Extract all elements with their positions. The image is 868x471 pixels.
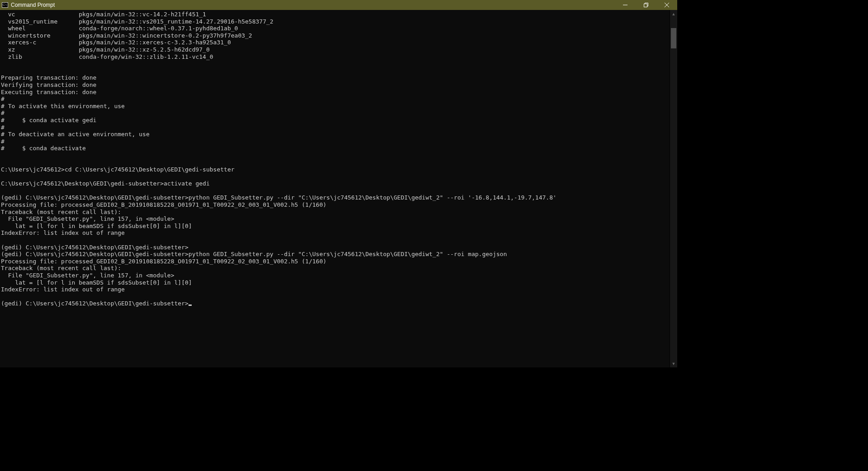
window-title: Command Prompt [11, 2, 55, 8]
terminal-area: vc pkgs/main/win-32::vc-14.2-h21ff451_1 … [0, 10, 677, 367]
cursor [189, 304, 192, 306]
terminal-line: vs2015_runtime pkgs/main/win-32::vs2015_… [1, 18, 669, 25]
terminal-line: Processing file: processed_GEDI02_B_2019… [1, 201, 669, 209]
vertical-scrollbar[interactable]: ▲ ▼ [670, 10, 677, 367]
minimize-icon [623, 3, 627, 7]
terminal-output[interactable]: vc pkgs/main/win-32::vc-14.2-h21ff451_1 … [0, 10, 670, 367]
terminal-line: zlib conda-forge/win-32::zlib-1.2.11-vc1… [1, 53, 669, 61]
terminal-line: xz pkgs/main/win-32::xz-5.2.5-h62dcd97_0 [1, 46, 669, 53]
terminal-line: # $ conda activate gedi [1, 117, 669, 124]
minimize-button[interactable] [615, 0, 636, 10]
terminal-line: wheel conda-forge/noarch::wheel-0.37.1-p… [1, 25, 669, 32]
terminal-line: Executing transaction: done [1, 89, 669, 96]
titlebar[interactable]: Command Prompt [0, 0, 677, 10]
terminal-line: Preparing transaction: done [1, 74, 669, 81]
terminal-line: Verifying transaction: done [1, 81, 669, 89]
scroll-thumb[interactable] [671, 28, 676, 48]
terminal-line [1, 67, 669, 75]
terminal-line [1, 293, 669, 300]
window-controls [615, 0, 677, 10]
terminal-line: # [1, 95, 669, 103]
terminal-line: (gedi) C:\Users\jc745612\Desktop\GEDI\ge… [1, 194, 669, 201]
terminal-line: # To activate this environment, use [1, 103, 669, 110]
svg-rect-1 [644, 4, 647, 7]
maximize-button[interactable] [636, 0, 656, 10]
terminal-line: lat = [l for l in beamSDS if sdsSubset[0… [1, 279, 669, 286]
command-prompt-window: Command Prompt vc pkgs/main/win-32::vc-1… [0, 0, 677, 367]
terminal-line: # To deactivate an active environment, u… [1, 131, 669, 138]
terminal-line: Processing file: processed_GEDI02_B_2019… [1, 258, 669, 265]
terminal-line: C:\Users\jc745612>cd C:\Users\jc745612\D… [1, 166, 669, 173]
terminal-line: xerces-c pkgs/main/win-32::xerces-c-3.2.… [1, 39, 669, 46]
terminal-line: # [1, 124, 669, 131]
terminal-line: Traceback (most recent call last): [1, 209, 669, 216]
scroll-up-arrow[interactable]: ▲ [670, 10, 677, 18]
terminal-line [1, 60, 669, 67]
terminal-line: File "GEDI_Subsetter.py", line 157, in <… [1, 215, 669, 223]
terminal-line [1, 237, 669, 244]
terminal-line: (gedi) C:\Users\jc745612\Desktop\GEDI\ge… [1, 251, 669, 258]
terminal-prompt-line: (gedi) C:\Users\jc745612\Desktop\GEDI\ge… [1, 300, 669, 307]
terminal-line: wincertstore pkgs/main/win-32::wincertst… [1, 32, 669, 39]
terminal-line: # [1, 109, 669, 117]
terminal-line: (gedi) C:\Users\jc745612\Desktop\GEDI\ge… [1, 244, 669, 251]
maximize-icon [644, 3, 648, 7]
terminal-line [1, 159, 669, 166]
terminal-line: Traceback (most recent call last): [1, 265, 669, 272]
close-button[interactable] [656, 0, 677, 10]
terminal-line: IndexError: list index out of range [1, 286, 669, 293]
terminal-line: lat = [l for l in beamSDS if sdsSubset[0… [1, 223, 669, 230]
terminal-line [1, 173, 669, 181]
terminal-line [1, 187, 669, 195]
terminal-line: # $ conda deactivate [1, 145, 669, 152]
terminal-line: IndexError: list index out of range [1, 229, 669, 237]
scroll-down-arrow[interactable]: ▼ [670, 360, 677, 367]
titlebar-left: Command Prompt [2, 2, 55, 8]
terminal-line: File "GEDI_Subsetter.py", line 157, in <… [1, 272, 669, 279]
terminal-line: C:\Users\jc745612\Desktop\GEDI\gedi-subs… [1, 180, 669, 187]
close-icon [665, 3, 669, 7]
cmd-icon [2, 2, 8, 8]
terminal-line [1, 152, 669, 159]
terminal-line: vc pkgs/main/win-32::vc-14.2-h21ff451_1 [1, 11, 669, 18]
terminal-line: # [1, 138, 669, 145]
